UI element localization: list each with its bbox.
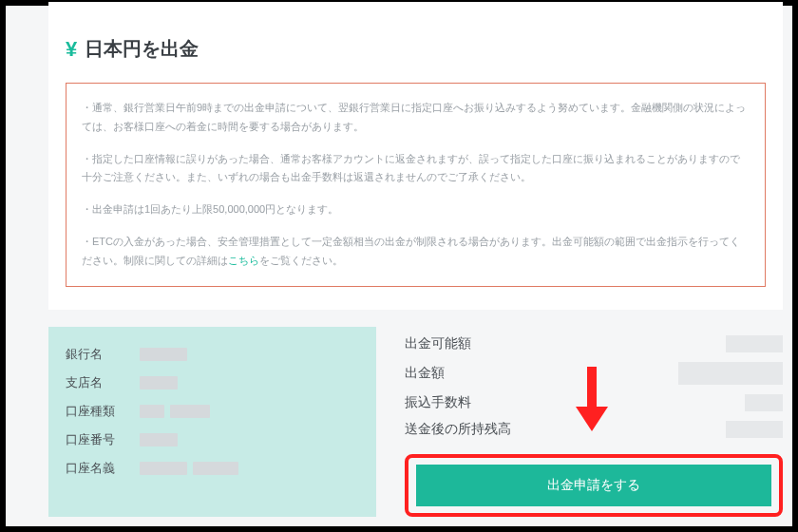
notice-item: ・通常、銀行営業日午前9時までの出金申請について、翌銀行営業日に指定口座へお振り… bbox=[82, 99, 750, 137]
row-fee: 振込手数料 bbox=[405, 390, 783, 416]
submit-highlight: 出金申請をする bbox=[405, 454, 783, 517]
bank-info-panel: 銀行名 支店名 口座種類 口座番号 口座名義 bbox=[48, 327, 376, 517]
row-amount: 出金額 bbox=[405, 357, 783, 390]
bank-row-holder: 口座名義 bbox=[66, 454, 359, 483]
amount-label: 出金可能額 bbox=[405, 335, 471, 352]
withdrawal-panel: 出金可能額 出金額 振込手数料 送金後の所持残高 bbox=[405, 327, 783, 517]
bank-value-redacted bbox=[140, 348, 187, 361]
notice-link[interactable]: こちら bbox=[228, 255, 259, 266]
amount-label: 振込手数料 bbox=[405, 394, 471, 411]
amount-value-redacted bbox=[726, 335, 783, 352]
notice-item: ・出金申請は1回あたり上限50,000,000円となります。 bbox=[82, 200, 750, 219]
bank-row-name: 銀行名 bbox=[66, 340, 359, 369]
notice-item: ・ETCの入金があった場合、安全管理措置として一定金額相当の出金が制限される場合… bbox=[82, 233, 750, 271]
bank-value-redacted bbox=[140, 376, 178, 390]
bank-row-branch: 支店名 bbox=[66, 369, 359, 397]
yen-icon: ¥ bbox=[66, 37, 77, 62]
notice-text: をご覧ください。 bbox=[259, 255, 343, 266]
page-title: 日本円を出金 bbox=[85, 36, 199, 62]
notice-box: ・通常、銀行営業日午前9時までの出金申請について、翌銀行営業日に指定口座へお振り… bbox=[66, 83, 766, 287]
bank-label: 銀行名 bbox=[66, 346, 140, 363]
amount-input-redacted[interactable] bbox=[678, 362, 783, 385]
bank-label: 口座名義 bbox=[66, 460, 140, 477]
amount-value-redacted bbox=[745, 394, 783, 411]
bank-value-redacted bbox=[140, 462, 187, 475]
amount-label: 送金後の所持残高 bbox=[405, 421, 511, 438]
notice-text: ・ETCの入金があった場合、安全管理措置として一定金額相当の出金が制限される場合… bbox=[82, 236, 740, 266]
bank-label: 口座番号 bbox=[66, 431, 140, 448]
bank-row-type: 口座種類 bbox=[66, 397, 359, 426]
bank-value-redacted bbox=[140, 433, 178, 446]
amount-label: 出金額 bbox=[405, 365, 445, 382]
bank-value-redacted bbox=[140, 405, 164, 418]
notice-item: ・指定した口座情報に誤りがあった場合、通常お客様アカウントに返金されますが、誤っ… bbox=[82, 150, 750, 188]
row-balance: 送金後の所持残高 bbox=[405, 416, 783, 443]
bank-row-number: 口座番号 bbox=[66, 426, 359, 454]
page-header: ¥ 日本円を出金 bbox=[66, 21, 766, 62]
submit-withdrawal-button[interactable]: 出金申請をする bbox=[416, 465, 771, 506]
amount-value-redacted bbox=[726, 421, 783, 438]
bank-value-redacted bbox=[193, 462, 238, 475]
bank-label: 口座種類 bbox=[66, 403, 140, 420]
bank-value-redacted bbox=[170, 405, 210, 418]
row-available: 出金可能額 bbox=[405, 331, 783, 357]
bank-label: 支店名 bbox=[66, 374, 140, 391]
